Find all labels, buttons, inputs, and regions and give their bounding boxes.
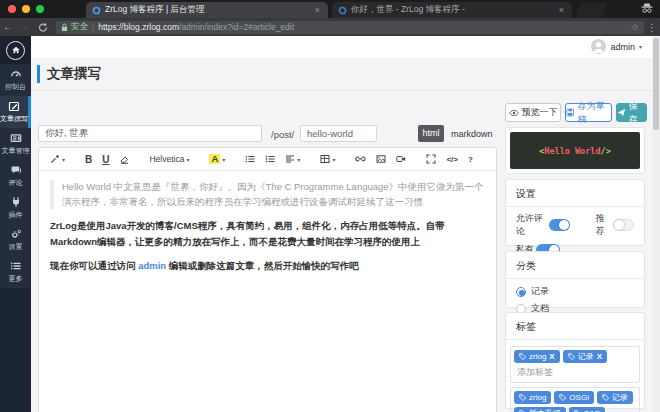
page-header: 文章撰写 xyxy=(31,58,652,91)
sidebar-item-dashboard[interactable]: 控制台 xyxy=(0,64,31,96)
tab-close-icon[interactable]: × xyxy=(557,5,566,15)
mode-html-button[interactable]: html xyxy=(418,125,444,142)
codeview-button[interactable]: </> xyxy=(443,154,461,165)
sidebar-logo[interactable] xyxy=(0,36,31,64)
remove-tag-icon[interactable]: X xyxy=(549,352,554,361)
editor-content[interactable]: Hello World 中文意思是『世界，你好』。因为《The C Progra… xyxy=(39,171,496,289)
reload-icon[interactable] xyxy=(35,22,51,33)
editor-blockquote: Hello World 中文意思是『世界，你好』。因为《The C Progra… xyxy=(50,180,485,209)
unordered-list-button[interactable] xyxy=(242,153,258,165)
tag-icon xyxy=(568,353,575,360)
available-tag-chip[interactable]: BAE xyxy=(569,407,605,412)
link-button[interactable] xyxy=(352,153,369,165)
sidebar-item-write-article[interactable]: 文章撰写 xyxy=(0,96,31,128)
available-tags-box: zrlog OSGi 记录 版本升级 BAE xyxy=(510,387,640,412)
selected-tags-box[interactable]: zrlog X 记录 X 添加标签 xyxy=(510,346,640,383)
sidebar-item-plugins[interactable]: 插件 xyxy=(0,192,31,224)
table-button[interactable]: ▾ xyxy=(317,153,338,165)
sidebar-item-manage-articles[interactable]: 文章管理 xyxy=(0,128,31,160)
settings-panel: 设置 允许评论 推荐 私有 xyxy=(505,179,645,246)
user-menu[interactable]: admin ▾ xyxy=(591,39,642,54)
add-tag-placeholder[interactable]: 添加标签 xyxy=(517,366,553,379)
picture-button[interactable] xyxy=(373,153,389,165)
tab-close-icon[interactable]: × xyxy=(313,5,322,15)
available-tag-chip[interactable]: zrlog xyxy=(514,391,551,404)
thumbnail-panel[interactable]: <Hello World/> xyxy=(505,127,645,174)
paragraph-align-button[interactable]: ▾ xyxy=(282,153,303,165)
align-left-icon xyxy=(285,154,295,164)
video-icon xyxy=(396,154,406,164)
preview-button[interactable]: 预览一下 xyxy=(505,103,561,122)
article-editor[interactable]: ▾ B U Helvetica ▾ A ▾ xyxy=(38,147,497,412)
fullscreen-button[interactable] xyxy=(423,153,439,165)
browser-menu-icon[interactable]: ⋮ xyxy=(644,22,660,33)
list-ul-icon xyxy=(245,154,255,164)
sidebar-menu: 控制台 文章撰写 文章管理 评论 插件 设置 xyxy=(0,64,31,288)
help-button[interactable]: ? xyxy=(465,154,476,165)
new-tab-button[interactable] xyxy=(575,3,606,18)
ordered-list-button[interactable] xyxy=(262,153,278,165)
bookmark-star-icon[interactable]: ☆ xyxy=(631,22,639,32)
toggle-switch[interactable] xyxy=(613,219,634,231)
toggle-allow-comments[interactable]: 允许评论 xyxy=(516,212,570,238)
secure-badge[interactable]: 安全 xyxy=(61,21,88,33)
editor-paragraph: 现在你可以通过访问 admin 编辑或删除这篇文章，然后开始愉快的写作吧 xyxy=(50,258,485,273)
mode-markdown-button[interactable]: markdown xyxy=(451,129,493,139)
available-tag-chip[interactable]: 版本升级 xyxy=(514,407,566,412)
video-button[interactable] xyxy=(393,153,409,165)
page-scrollbar[interactable] xyxy=(652,36,660,412)
close-window-button[interactable] xyxy=(8,5,16,13)
tab-admin[interactable]: ZrLog 博客程序 | 后台管理 × xyxy=(86,2,328,18)
selected-tag-chip[interactable]: zrlog X xyxy=(514,350,560,363)
sidebar-item-comments[interactable]: 评论 xyxy=(0,160,31,192)
scrollbar-thumb[interactable] xyxy=(653,38,659,130)
table-icon xyxy=(320,154,330,164)
sidebar-item-more[interactable]: 更多 xyxy=(0,256,31,288)
selected-tag-chip[interactable]: 记录 X xyxy=(563,350,607,363)
browser-address-bar: ← → 安全 | https://blog.zrlog.com/admin/in… xyxy=(0,18,660,36)
toggle-switch[interactable] xyxy=(549,219,570,231)
browser-tab-bar: ZrLog 博客程序 | 后台管理 × 你好，世界 - ZrLog 博客程序 -… xyxy=(0,0,660,18)
underline-button[interactable]: U xyxy=(99,153,112,166)
clear-format-button[interactable] xyxy=(116,153,132,165)
admin-top-bar: admin ▾ xyxy=(31,36,652,58)
font-family-dropdown[interactable]: Helvetica ▾ xyxy=(146,153,192,165)
font-color-button[interactable]: A ▾ xyxy=(206,153,228,165)
gears-icon xyxy=(10,228,22,240)
url-input[interactable]: 安全 | https://blog.zrlog.com/admin/index?… xyxy=(56,21,644,34)
avatar xyxy=(591,39,606,54)
list-ol-icon xyxy=(265,154,275,164)
floppy-icon xyxy=(566,108,574,117)
tags-panel: 标签 zrlog X 记录 X 添加标签 zrlog xyxy=(505,312,645,409)
window-controls[interactable] xyxy=(8,5,44,13)
secure-label: 安全 xyxy=(71,21,88,33)
available-tag-chip[interactable]: 记录 xyxy=(597,391,633,404)
article-slug-input[interactable] xyxy=(300,125,377,142)
sidebar-item-settings[interactable]: 设置 xyxy=(0,224,31,256)
toggle-recommend[interactable]: 推荐 xyxy=(596,212,634,238)
save-draft-button[interactable]: 存为草稿 xyxy=(565,103,612,122)
article-title-input[interactable] xyxy=(38,125,262,142)
category-option-record[interactable]: 记录 xyxy=(516,285,634,298)
editor-toolbar: ▾ B U Helvetica ▾ A ▾ xyxy=(39,148,496,171)
tab-title: 你好，世界 - ZrLog 博客程序 - xyxy=(351,4,553,16)
save-button[interactable]: 保存 xyxy=(616,103,647,122)
magic-style-button[interactable]: ▾ xyxy=(47,153,68,165)
admin-link[interactable]: admin xyxy=(138,260,166,271)
bold-button[interactable]: B xyxy=(82,153,95,166)
tab-article[interactable]: 你好，世界 - ZrLog 博客程序 - × xyxy=(332,2,572,18)
minimize-window-button[interactable] xyxy=(22,5,30,13)
forward-icon[interactable]: → xyxy=(16,18,32,36)
zrlog-favicon-icon xyxy=(338,6,347,15)
fullscreen-icon xyxy=(426,154,436,164)
chevron-down-icon: ▾ xyxy=(639,43,642,50)
zoom-window-button[interactable] xyxy=(36,5,44,13)
back-icon[interactable]: ← xyxy=(0,18,16,36)
radio-selected-icon[interactable] xyxy=(516,287,526,297)
gauge-icon xyxy=(10,68,22,80)
available-tag-chip[interactable]: OSGi xyxy=(554,391,594,404)
tag-icon xyxy=(559,394,566,401)
remove-tag-icon[interactable]: X xyxy=(597,352,602,361)
browser-window: ZrLog 博客程序 | 后台管理 × 你好，世界 - ZrLog 博客程序 -… xyxy=(0,0,660,412)
category-title: 分类 xyxy=(506,252,644,279)
